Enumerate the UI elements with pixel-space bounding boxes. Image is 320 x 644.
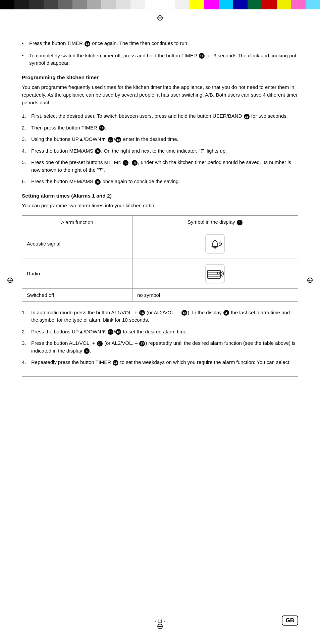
step-4: 4. Press the button MEM/AMS 9. On the ri… (22, 147, 298, 155)
badge-8: 8 (132, 160, 138, 166)
step-6: 6. Press the button MEM/AMS 9 once again… (22, 178, 298, 185)
alarm-step-1: 1. In automatic mode press the button AL… (22, 309, 298, 324)
badge-19b: 19 (108, 329, 113, 335)
alarm-step-4: 4. Repeatedly press the button TIMER 11 … (22, 359, 298, 366)
acoustic-icon-wrapper (137, 232, 293, 256)
step-2: 2. Then press the button TIMER 11. (22, 124, 298, 132)
badge-18: 18 (115, 137, 121, 143)
radio-icon-wrapper (137, 262, 293, 286)
table-cell-off-label: Switched off (22, 288, 132, 301)
crosshair-right (305, 275, 315, 285)
badge-11: 11 (85, 41, 90, 47)
badge-19: 19 (108, 137, 113, 143)
alarm-heading: Setting alarm times (Alarms 1 and 2) (22, 193, 298, 199)
table-header-function: Alarm function (22, 216, 132, 229)
bullet-item-2: To completely switch the kitchen timer o… (22, 52, 298, 67)
badge-18b: 18 (115, 329, 121, 335)
badge-14: 14 (139, 310, 145, 316)
table-row-acoustic: Acoustic signal (22, 229, 298, 259)
table-cell-radio-symbol (132, 259, 298, 288)
step-5: 5. Press one of the pre-set buttons M1–M… (22, 159, 298, 174)
page-number: - 11 - (155, 619, 166, 624)
crosshair-top (155, 13, 165, 23)
alarm-table: Alarm function Symbol in the display 4 A… (22, 215, 298, 302)
badge-4c: 4 (84, 348, 90, 354)
table-cell-acoustic-symbol (132, 229, 298, 259)
svg-rect-3 (206, 264, 224, 283)
table-cell-acoustic-label: Acoustic signal (22, 229, 132, 259)
badge-9: 9 (95, 148, 101, 154)
badge-9b: 9 (95, 179, 101, 185)
step-3: 3. Using the buttons UP▲/DOWN▼ 19/18 ent… (22, 136, 298, 143)
badge-13: 13 (181, 310, 187, 316)
programming-heading: Programming the kitchen timer (22, 74, 298, 80)
badge-13b: 13 (139, 341, 145, 346)
alarm-step-2: 2. Press the buttons UP▲/DOWN▼ 19/18 to … (22, 328, 298, 336)
page-footer: - 11 - (0, 619, 320, 624)
table-header-symbol: Symbol in the display 4 (132, 216, 298, 229)
badge-11b: 11 (199, 53, 205, 59)
color-bar (0, 0, 320, 9)
table-cell-radio-label: Radio (22, 259, 132, 288)
badge-15: 15 (244, 114, 250, 119)
badge-14b: 14 (97, 341, 103, 346)
table-cell-off-symbol: no symbol (132, 288, 298, 301)
programming-steps: 1. First, select the desired user. To sw… (22, 112, 298, 185)
radio-icon (203, 262, 227, 286)
svg-point-1 (214, 247, 216, 249)
step-1: 1. First, select the desired user. To sw… (22, 112, 298, 120)
footer-rule (22, 376, 298, 377)
badge-11c: 11 (99, 125, 105, 131)
gb-badge: GB (282, 615, 299, 626)
crosshair-left (5, 275, 15, 285)
page-content: Press the button TIMER 11 once again. Th… (0, 9, 320, 407)
acoustic-signal-icon (203, 232, 227, 256)
programming-para: You can programme frequently used times … (22, 83, 298, 107)
badge-11d: 11 (113, 360, 118, 366)
badge-4: 4 (237, 220, 243, 225)
alarm-para: You can programme two alarm times into y… (22, 202, 298, 209)
bullet-list: Press the button TIMER 11 once again. Th… (22, 40, 298, 67)
alarm-steps: 1. In automatic mode press the button AL… (22, 309, 298, 366)
bullet-item-1: Press the button TIMER 11 once again. Th… (22, 40, 298, 47)
table-row-off: Switched off no symbol (22, 288, 298, 301)
badge-4b: 4 (223, 310, 229, 316)
badge-5: 5 (123, 160, 128, 166)
table-row-radio: Radio (22, 259, 298, 288)
alarm-step-3: 3. Press the button AL1/VOL. + 14 (or AL… (22, 339, 298, 355)
